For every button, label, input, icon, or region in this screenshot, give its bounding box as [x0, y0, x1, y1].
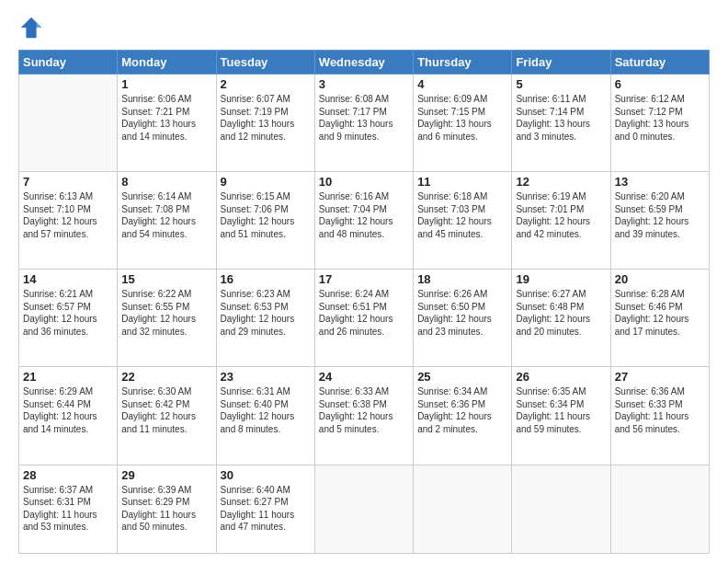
day-info: Sunrise: 6:34 AMSunset: 6:36 PMDaylight:…: [417, 385, 507, 435]
calendar-cell: 24Sunrise: 6:33 AMSunset: 6:38 PMDayligh…: [314, 367, 413, 465]
day-info: Sunrise: 6:27 AMSunset: 6:48 PMDaylight:…: [516, 288, 606, 338]
day-info: Sunrise: 6:21 AMSunset: 6:57 PMDaylight:…: [23, 288, 113, 338]
day-info: Sunrise: 6:22 AMSunset: 6:55 PMDaylight:…: [121, 288, 211, 338]
day-info: Sunrise: 6:19 AMSunset: 7:01 PMDaylight:…: [516, 190, 606, 240]
weekday-header-saturday: Saturday: [610, 51, 709, 75]
calendar-cell: [314, 465, 413, 554]
calendar-cell: 21Sunrise: 6:29 AMSunset: 6:44 PMDayligh…: [19, 367, 118, 465]
page: SundayMondayTuesdayWednesdayThursdayFrid…: [0, 0, 728, 563]
calendar-cell: 27Sunrise: 6:36 AMSunset: 6:33 PMDayligh…: [610, 367, 709, 465]
calendar-cell: 16Sunrise: 6:23 AMSunset: 6:53 PMDayligh…: [216, 270, 314, 367]
day-number: 24: [319, 370, 409, 384]
calendar-cell: 30Sunrise: 6:40 AMSunset: 6:27 PMDayligh…: [216, 465, 314, 554]
logo: [18, 15, 48, 40]
calendar-cell: 12Sunrise: 6:19 AMSunset: 7:01 PMDayligh…: [512, 172, 610, 270]
calendar-cell: [19, 75, 118, 172]
calendar-cell: 15Sunrise: 6:22 AMSunset: 6:55 PMDayligh…: [118, 270, 216, 367]
calendar-cell: 7Sunrise: 6:13 AMSunset: 7:10 PMDaylight…: [19, 172, 118, 270]
day-info: Sunrise: 6:23 AMSunset: 6:53 PMDaylight:…: [221, 288, 311, 338]
calendar-week-row-2: 7Sunrise: 6:13 AMSunset: 7:10 PMDaylight…: [19, 172, 710, 270]
weekday-header-friday: Friday: [512, 51, 610, 75]
calendar-cell: 28Sunrise: 6:37 AMSunset: 6:31 PMDayligh…: [19, 465, 118, 554]
day-info: Sunrise: 6:08 AMSunset: 7:17 PMDaylight:…: [319, 93, 409, 143]
calendar-cell: 29Sunrise: 6:39 AMSunset: 6:29 PMDayligh…: [118, 465, 216, 554]
calendar-table: SundayMondayTuesdayWednesdayThursdayFrid…: [18, 50, 710, 554]
calendar-cell: 19Sunrise: 6:27 AMSunset: 6:48 PMDayligh…: [512, 270, 610, 367]
calendar-cell: 4Sunrise: 6:09 AMSunset: 7:15 PMDaylight…: [414, 75, 512, 172]
day-info: Sunrise: 6:09 AMSunset: 7:15 PMDaylight:…: [417, 93, 507, 143]
day-number: 4: [417, 77, 507, 91]
calendar-cell: 8Sunrise: 6:14 AMSunset: 7:08 PMDaylight…: [118, 172, 216, 270]
day-number: 25: [417, 370, 507, 384]
day-info: Sunrise: 6:18 AMSunset: 7:03 PMDaylight:…: [417, 190, 507, 240]
calendar-cell: 14Sunrise: 6:21 AMSunset: 6:57 PMDayligh…: [19, 270, 118, 367]
day-number: 14: [23, 272, 113, 286]
calendar-cell: 25Sunrise: 6:34 AMSunset: 6:36 PMDayligh…: [414, 367, 512, 465]
calendar-cell: [512, 465, 610, 554]
day-info: Sunrise: 6:31 AMSunset: 6:40 PMDaylight:…: [221, 385, 311, 435]
day-number: 1: [121, 77, 211, 91]
calendar-cell: 22Sunrise: 6:30 AMSunset: 6:42 PMDayligh…: [118, 367, 216, 465]
calendar-cell: 1Sunrise: 6:06 AMSunset: 7:21 PMDaylight…: [118, 75, 216, 172]
header: [18, 15, 710, 40]
calendar-cell: 13Sunrise: 6:20 AMSunset: 6:59 PMDayligh…: [610, 172, 709, 270]
day-number: 23: [221, 370, 311, 384]
day-info: Sunrise: 6:26 AMSunset: 6:50 PMDaylight:…: [417, 288, 507, 338]
day-info: Sunrise: 6:14 AMSunset: 7:08 PMDaylight:…: [121, 190, 211, 240]
day-number: 8: [121, 175, 211, 189]
calendar-cell: 11Sunrise: 6:18 AMSunset: 7:03 PMDayligh…: [414, 172, 512, 270]
calendar-cell: 20Sunrise: 6:28 AMSunset: 6:46 PMDayligh…: [610, 270, 709, 367]
calendar-week-row-5: 28Sunrise: 6:37 AMSunset: 6:31 PMDayligh…: [19, 465, 710, 554]
weekday-header-tuesday: Tuesday: [216, 51, 314, 75]
weekday-header-monday: Monday: [118, 51, 216, 75]
day-info: Sunrise: 6:20 AMSunset: 6:59 PMDaylight:…: [615, 190, 705, 240]
day-number: 16: [221, 272, 311, 286]
calendar-cell: 5Sunrise: 6:11 AMSunset: 7:14 PMDaylight…: [512, 75, 610, 172]
calendar-cell: 6Sunrise: 6:12 AMSunset: 7:12 PMDaylight…: [610, 75, 709, 172]
day-info: Sunrise: 6:16 AMSunset: 7:04 PMDaylight:…: [319, 190, 409, 240]
day-number: 12: [516, 175, 606, 189]
day-number: 2: [221, 77, 311, 91]
day-number: 26: [516, 370, 606, 384]
logo-icon: [18, 15, 44, 40]
calendar-cell: 18Sunrise: 6:26 AMSunset: 6:50 PMDayligh…: [414, 270, 512, 367]
day-number: 19: [516, 272, 606, 286]
day-number: 5: [516, 77, 606, 91]
calendar-cell: 17Sunrise: 6:24 AMSunset: 6:51 PMDayligh…: [314, 270, 413, 367]
svg-marker-1: [37, 22, 42, 28]
calendar-cell: 3Sunrise: 6:08 AMSunset: 7:17 PMDaylight…: [314, 75, 413, 172]
day-number: 29: [121, 468, 211, 482]
calendar-cell: [414, 465, 512, 554]
day-info: Sunrise: 6:06 AMSunset: 7:21 PMDaylight:…: [121, 93, 211, 143]
day-info: Sunrise: 6:11 AMSunset: 7:14 PMDaylight:…: [516, 93, 606, 143]
day-number: 11: [417, 175, 507, 189]
day-info: Sunrise: 6:39 AMSunset: 6:29 PMDaylight:…: [121, 484, 211, 534]
day-info: Sunrise: 6:40 AMSunset: 6:27 PMDaylight:…: [221, 484, 311, 534]
weekday-header-sunday: Sunday: [19, 51, 118, 75]
calendar-week-row-4: 21Sunrise: 6:29 AMSunset: 6:44 PMDayligh…: [19, 367, 710, 465]
calendar-header-row: SundayMondayTuesdayWednesdayThursdayFrid…: [19, 51, 710, 75]
day-number: 9: [221, 175, 311, 189]
day-info: Sunrise: 6:13 AMSunset: 7:10 PMDaylight:…: [23, 190, 113, 240]
calendar-cell: [610, 465, 709, 554]
day-info: Sunrise: 6:30 AMSunset: 6:42 PMDaylight:…: [121, 385, 211, 435]
calendar-cell: 23Sunrise: 6:31 AMSunset: 6:40 PMDayligh…: [216, 367, 314, 465]
day-number: 21: [23, 370, 113, 384]
calendar-week-row-3: 14Sunrise: 6:21 AMSunset: 6:57 PMDayligh…: [19, 270, 710, 367]
day-info: Sunrise: 6:24 AMSunset: 6:51 PMDaylight:…: [319, 288, 409, 338]
day-number: 6: [615, 77, 705, 91]
day-number: 10: [319, 175, 409, 189]
day-number: 13: [615, 175, 705, 189]
day-number: 20: [615, 272, 705, 286]
day-number: 7: [23, 175, 113, 189]
weekday-header-wednesday: Wednesday: [314, 51, 413, 75]
day-number: 15: [121, 272, 211, 286]
day-info: Sunrise: 6:29 AMSunset: 6:44 PMDaylight:…: [23, 385, 113, 435]
day-number: 3: [319, 77, 409, 91]
weekday-header-thursday: Thursday: [414, 51, 512, 75]
day-number: 27: [615, 370, 705, 384]
day-info: Sunrise: 6:36 AMSunset: 6:33 PMDaylight:…: [615, 385, 705, 435]
calendar-cell: 9Sunrise: 6:15 AMSunset: 7:06 PMDaylight…: [216, 172, 314, 270]
calendar-cell: 10Sunrise: 6:16 AMSunset: 7:04 PMDayligh…: [314, 172, 413, 270]
day-info: Sunrise: 6:35 AMSunset: 6:34 PMDaylight:…: [516, 385, 606, 435]
